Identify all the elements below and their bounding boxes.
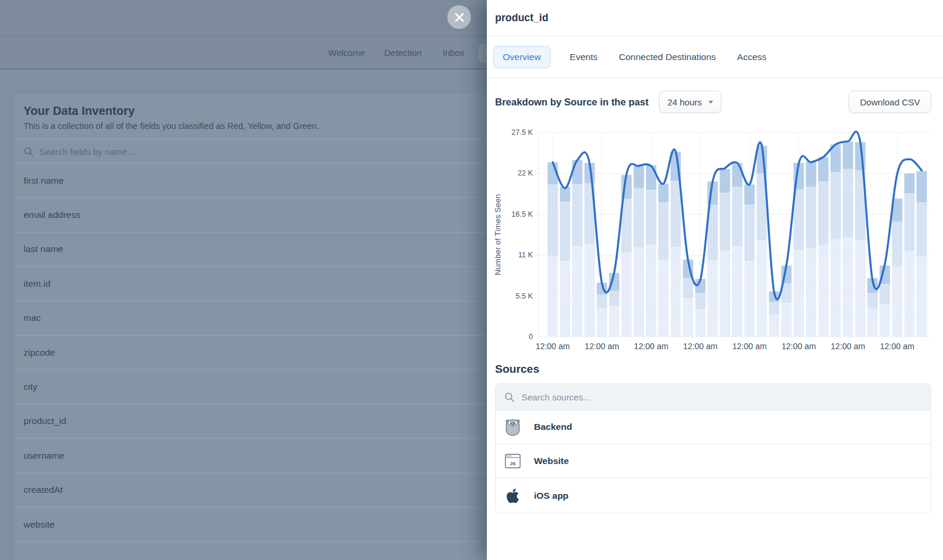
sources-list: BackendJSWebsiteiOS app bbox=[495, 383, 931, 513]
nav-link-detection: Detection bbox=[384, 48, 421, 58]
search-icon bbox=[24, 147, 34, 157]
breakdown-chart: 05.5 K11 K16.5 K22 K27.5 K12:00 am12:00 … bbox=[493, 121, 937, 353]
svg-text:27.5 K: 27.5 K bbox=[512, 128, 533, 137]
browser-js-icon: JS bbox=[505, 452, 521, 470]
source-row-backend[interactable]: Backend bbox=[496, 410, 931, 445]
svg-text:12:00 am: 12:00 am bbox=[733, 342, 767, 351]
search-icon bbox=[505, 392, 515, 402]
inventory-search-input bbox=[39, 147, 334, 157]
svg-text:12:00 am: 12:00 am bbox=[585, 342, 619, 351]
sources-title: Sources bbox=[495, 363, 932, 376]
tab-access[interactable]: Access bbox=[736, 46, 769, 68]
svg-text:Number of Times Seen: Number of Times Seen bbox=[493, 194, 502, 275]
apple-icon bbox=[505, 487, 521, 505]
svg-text:12:00 am: 12:00 am bbox=[831, 342, 865, 351]
svg-text:22 K: 22 K bbox=[517, 169, 533, 177]
svg-text:12:00 am: 12:00 am bbox=[683, 342, 717, 351]
source-label: iOS app bbox=[534, 491, 569, 501]
chevron-down-icon bbox=[708, 101, 713, 104]
tab-overview[interactable]: Overview bbox=[493, 46, 550, 68]
svg-text:12:00 am: 12:00 am bbox=[880, 342, 914, 351]
svg-text:5.5 K: 5.5 K bbox=[516, 292, 533, 300]
svg-text:16.5 K: 16.5 K bbox=[512, 210, 533, 218]
svg-text:0: 0 bbox=[529, 333, 533, 341]
nav-link-inbox: Inbox bbox=[443, 48, 464, 58]
tab-events[interactable]: Events bbox=[568, 46, 599, 68]
svg-text:11 K: 11 K bbox=[518, 251, 533, 259]
sources-search-input[interactable] bbox=[522, 392, 757, 402]
time-range-value: 24 hours bbox=[667, 97, 701, 107]
panel-title: product_id bbox=[487, 0, 943, 37]
nav-link-welcome: Welcome bbox=[328, 48, 365, 58]
svg-text:12:00 am: 12:00 am bbox=[536, 342, 570, 351]
gopher-icon bbox=[505, 418, 521, 436]
field-detail-panel: product_id OverviewEventsConnected Desti… bbox=[487, 0, 943, 560]
close-button[interactable] bbox=[447, 5, 471, 29]
source-label: Backend bbox=[534, 422, 572, 432]
source-label: Website bbox=[534, 456, 569, 466]
sources-search bbox=[496, 384, 931, 410]
svg-text:12:00 am: 12:00 am bbox=[782, 342, 816, 351]
download-csv-button[interactable]: Download CSV bbox=[849, 91, 931, 113]
tab-connected-destinations[interactable]: Connected Destinations bbox=[617, 46, 718, 68]
svg-text:12:00 am: 12:00 am bbox=[634, 342, 668, 351]
close-icon bbox=[454, 12, 464, 22]
time-range-dropdown[interactable]: 24 hours bbox=[659, 91, 721, 113]
panel-tabs: OverviewEventsConnected DestinationsAcce… bbox=[487, 37, 943, 78]
source-row-ios-app[interactable]: iOS app bbox=[496, 479, 931, 513]
chart-section-title: Breakdown by Source in the past bbox=[495, 97, 648, 108]
source-row-website[interactable]: JSWebsite bbox=[496, 445, 931, 479]
svg-text:JS: JS bbox=[510, 461, 516, 466]
